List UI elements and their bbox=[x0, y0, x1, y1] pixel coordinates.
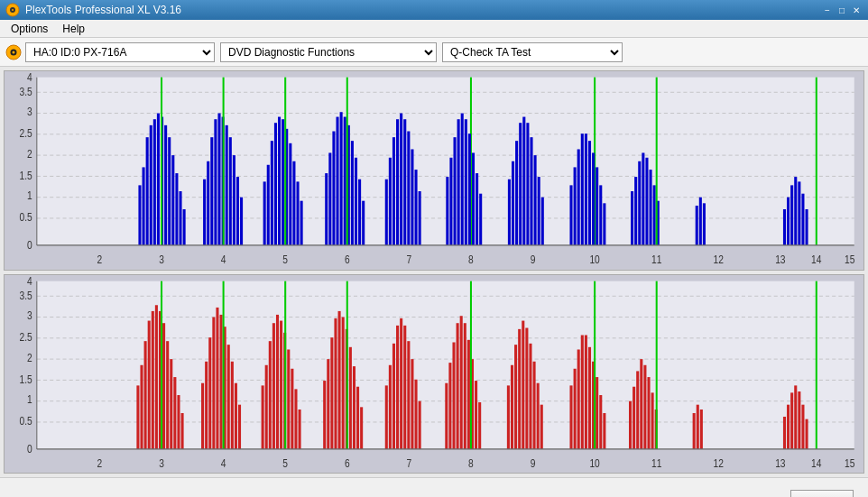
svg-rect-246 bbox=[452, 342, 455, 448]
svg-rect-144 bbox=[790, 185, 793, 245]
svg-rect-110 bbox=[512, 161, 514, 245]
svg-rect-196 bbox=[181, 412, 184, 448]
svg-rect-225 bbox=[334, 318, 337, 448]
svg-rect-247 bbox=[457, 323, 459, 449]
svg-rect-92 bbox=[400, 114, 402, 245]
svg-text:4: 4 bbox=[27, 71, 32, 84]
svg-rect-268 bbox=[581, 335, 584, 448]
svg-rect-106 bbox=[472, 152, 475, 244]
svg-rect-45 bbox=[164, 125, 167, 245]
svg-rect-49 bbox=[179, 191, 181, 245]
bottom-chart-svg: 0 0.5 1 1.5 2 2.5 3 3.5 4 2 3 4 5 6 7 8 … bbox=[5, 275, 863, 474]
svg-rect-101 bbox=[453, 137, 456, 245]
svg-rect-83 bbox=[351, 141, 354, 245]
svg-rect-213 bbox=[272, 323, 275, 449]
svg-rect-112 bbox=[519, 123, 522, 245]
title-bar: PlexTools Professional XL V3.16 − □ ✕ bbox=[0, 0, 868, 20]
svg-rect-48 bbox=[175, 173, 178, 245]
svg-rect-198 bbox=[201, 382, 204, 448]
start-section: Start i bbox=[790, 490, 859, 498]
svg-rect-81 bbox=[344, 117, 346, 245]
svg-rect-249 bbox=[464, 323, 466, 449]
svg-rect-243 bbox=[419, 400, 421, 448]
close-button[interactable]: ✕ bbox=[850, 4, 863, 16]
svg-rect-253 bbox=[478, 402, 481, 449]
svg-rect-252 bbox=[475, 381, 477, 449]
svg-rect-277 bbox=[633, 386, 635, 448]
svg-text:13: 13 bbox=[775, 456, 786, 470]
svg-rect-193 bbox=[170, 359, 172, 449]
device-select[interactable]: HA:0 ID:0 PX-716A bbox=[25, 42, 215, 62]
svg-rect-282 bbox=[651, 392, 654, 449]
svg-text:4: 4 bbox=[27, 275, 32, 288]
svg-rect-69 bbox=[282, 119, 284, 245]
svg-rect-200 bbox=[208, 337, 211, 449]
svg-rect-191 bbox=[162, 323, 165, 449]
toolbar: HA:0 ID:0 PX-716A DVD Diagnostic Functio… bbox=[0, 38, 868, 67]
svg-rect-280 bbox=[643, 364, 646, 448]
svg-rect-113 bbox=[522, 117, 525, 245]
svg-rect-140 bbox=[699, 198, 702, 245]
svg-rect-218 bbox=[291, 368, 293, 448]
svg-rect-264 bbox=[540, 404, 543, 448]
svg-text:12: 12 bbox=[714, 253, 724, 267]
svg-rect-235 bbox=[389, 364, 392, 448]
svg-rect-114 bbox=[526, 123, 529, 245]
svg-rect-40 bbox=[146, 137, 149, 245]
svg-text:5: 5 bbox=[282, 253, 288, 267]
svg-text:11: 11 bbox=[651, 456, 662, 470]
svg-rect-134 bbox=[645, 158, 648, 245]
svg-rect-288 bbox=[783, 416, 786, 448]
svg-rect-126 bbox=[592, 152, 595, 244]
svg-rect-121 bbox=[574, 167, 577, 244]
svg-rect-62 bbox=[240, 198, 243, 245]
svg-rect-54 bbox=[210, 137, 213, 245]
svg-rect-260 bbox=[525, 327, 528, 448]
svg-text:3: 3 bbox=[159, 456, 164, 470]
test-select[interactable]: Q-Check TA Test bbox=[442, 42, 623, 62]
start-button[interactable]: Start bbox=[790, 490, 854, 498]
svg-rect-274 bbox=[603, 412, 605, 448]
svg-text:15: 15 bbox=[845, 456, 855, 470]
svg-rect-133 bbox=[642, 152, 644, 244]
svg-rect-127 bbox=[596, 167, 598, 244]
svg-rect-130 bbox=[631, 191, 633, 245]
svg-rect-67 bbox=[274, 123, 277, 245]
svg-rect-139 bbox=[696, 206, 698, 245]
svg-rect-270 bbox=[588, 346, 591, 448]
svg-rect-61 bbox=[236, 177, 239, 245]
maximize-button[interactable]: □ bbox=[836, 4, 848, 16]
svg-text:11: 11 bbox=[651, 253, 662, 267]
svg-rect-86 bbox=[362, 201, 365, 245]
svg-rect-238 bbox=[400, 318, 402, 448]
svg-rect-276 bbox=[629, 400, 632, 448]
function-select[interactable]: DVD Diagnostic Functions bbox=[220, 42, 437, 62]
svg-rect-79 bbox=[336, 117, 338, 245]
minimize-button[interactable]: − bbox=[821, 4, 834, 16]
svg-rect-90 bbox=[392, 137, 395, 245]
svg-rect-203 bbox=[220, 314, 223, 448]
menu-help[interactable]: Help bbox=[55, 21, 92, 37]
svg-rect-259 bbox=[522, 320, 524, 448]
main-content: 0 0.5 1 1.5 2 2.5 3 3.5 4 2 3 4 5 6 7 8 … bbox=[0, 67, 868, 477]
svg-rect-135 bbox=[650, 170, 652, 245]
svg-rect-96 bbox=[415, 170, 418, 245]
svg-rect-47 bbox=[171, 155, 174, 245]
svg-rect-261 bbox=[529, 343, 531, 448]
svg-rect-78 bbox=[332, 132, 335, 245]
svg-rect-222 bbox=[323, 381, 326, 449]
title-bar-controls: − □ ✕ bbox=[821, 4, 863, 16]
svg-rect-199 bbox=[205, 361, 208, 448]
svg-rect-91 bbox=[396, 119, 399, 245]
svg-rect-107 bbox=[476, 173, 478, 245]
plextools-icon bbox=[5, 3, 20, 17]
svg-rect-104 bbox=[465, 119, 467, 245]
svg-rect-285 bbox=[693, 412, 696, 448]
svg-rect-281 bbox=[647, 377, 650, 449]
svg-rect-52 bbox=[203, 179, 206, 245]
svg-rect-294 bbox=[806, 419, 808, 448]
svg-rect-122 bbox=[577, 149, 580, 244]
svg-text:3.5: 3.5 bbox=[19, 84, 32, 98]
svg-text:14: 14 bbox=[811, 253, 822, 267]
menu-options[interactable]: Options bbox=[4, 21, 55, 37]
